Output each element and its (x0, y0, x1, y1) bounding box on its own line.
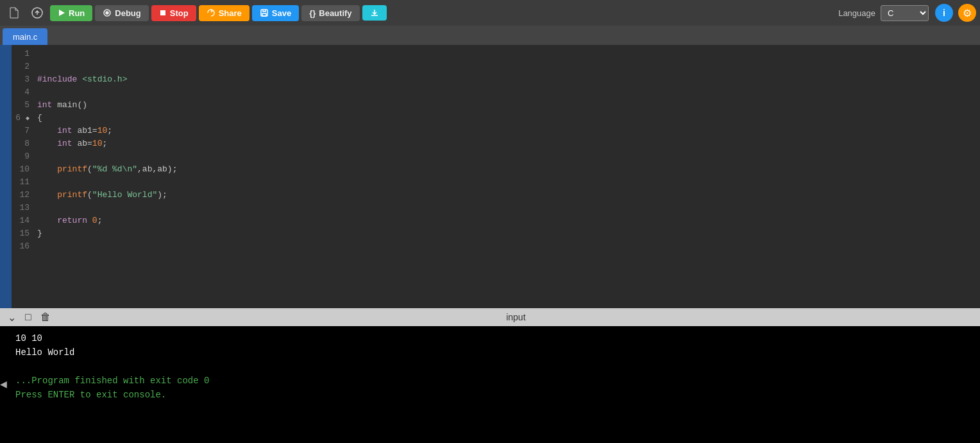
download-button[interactable] (362, 5, 387, 21)
save-button[interactable]: Save (252, 5, 299, 21)
line-13: 13 (12, 202, 35, 214)
toolbar: Run Debug Stop Share Save {} Beautify La… (0, 0, 980, 26)
file-icon-button[interactable] (4, 4, 24, 22)
line-5: 5 (12, 99, 35, 112)
line-14: 14 (12, 214, 35, 227)
debug-button[interactable]: Debug (95, 5, 148, 21)
svg-rect-4 (160, 10, 165, 15)
console-line-4: ...Program finished with exit code 0 (15, 374, 972, 388)
code-line-1 (37, 48, 980, 60)
console-line-2: Hello World (15, 345, 972, 360)
code-line-11 (37, 176, 980, 189)
line-8: 8 (12, 137, 35, 150)
code-line-3: #include <stdio.h> (37, 73, 980, 86)
code-line-10: printf("%d %d\n",ab,ab); (37, 163, 980, 176)
line-2: 2 (12, 60, 35, 73)
console-collapse-button[interactable]: ⌄ (5, 310, 19, 325)
info-button[interactable]: i (935, 4, 953, 22)
svg-marker-1 (59, 10, 65, 16)
code-line-6: { (37, 112, 980, 125)
code-line-9 (37, 150, 980, 163)
console-output[interactable]: ◀ 10 10 Hello World ...Program finished … (0, 326, 980, 443)
code-line-7: int ab1=10; (37, 125, 980, 137)
line-4: 4 (12, 86, 35, 99)
language-label: Language (838, 8, 875, 18)
line-12: 12 (12, 189, 35, 202)
code-line-5: int main() (37, 99, 980, 112)
share-button[interactable]: Share (199, 5, 249, 21)
code-line-8: int ab=10; (37, 137, 980, 150)
console-expand-button[interactable]: □ (22, 310, 34, 324)
console-clear-button[interactable]: 🗑 (38, 310, 53, 324)
code-line-4 (37, 86, 980, 99)
line-1: 1 (12, 48, 35, 60)
code-editor[interactable]: #include <stdio.h> int main() { int ab1=… (35, 45, 980, 308)
console-header: ⌄ □ 🗑 input (0, 308, 980, 326)
console-section: ⌄ □ 🗑 input ◀ 10 10 Hello World ...Progr… (0, 308, 980, 443)
line-6: 6 ◆ (12, 112, 35, 125)
main-layout: 1 2 3 4 5 6 ◆ 7 8 9 10 11 12 13 14 15 16… (0, 45, 980, 443)
code-line-13 (37, 202, 980, 214)
upload-icon-button[interactable] (27, 4, 47, 22)
editor-sidebar (0, 45, 12, 308)
console-line-5: Press ENTER to exit console.​ (15, 388, 972, 402)
code-line-16 (37, 240, 980, 253)
language-select[interactable]: C C++ Java Python (881, 5, 929, 21)
svg-rect-6 (262, 13, 266, 16)
console-title: input (57, 312, 975, 322)
code-line-2 (37, 60, 980, 73)
code-line-15: } (37, 227, 980, 240)
left-arrow-icon[interactable]: ◀ (0, 378, 7, 392)
run-button[interactable]: Run (50, 5, 92, 21)
line-11: 11 (12, 176, 35, 189)
line-7: 7 (12, 125, 35, 137)
tab-main-c[interactable]: main.c (3, 28, 47, 45)
line-15: 15 (12, 227, 35, 240)
line-16: 16 (12, 240, 35, 253)
line-9: 9 (12, 150, 35, 163)
line-10: 10 (12, 163, 35, 176)
editor-row: 1 2 3 4 5 6 ◆ 7 8 9 10 11 12 13 14 15 16… (0, 45, 980, 308)
console-line-1: 10 10 (15, 331, 972, 345)
tab-bar: main.c (0, 26, 980, 45)
code-line-14: return 0; (37, 214, 980, 227)
stop-button[interactable]: Stop (151, 5, 196, 21)
code-line-12: printf("Hello World"); (37, 189, 980, 202)
settings-button[interactable]: ⚙ (958, 4, 976, 22)
line-3: 3 (12, 73, 35, 86)
svg-point-3 (106, 12, 108, 14)
line-numbers: 1 2 3 4 5 6 ◆ 7 8 9 10 11 12 13 14 15 16 (12, 45, 35, 308)
beautify-button[interactable]: {} Beautify (301, 5, 359, 21)
console-line-3 (15, 360, 972, 374)
